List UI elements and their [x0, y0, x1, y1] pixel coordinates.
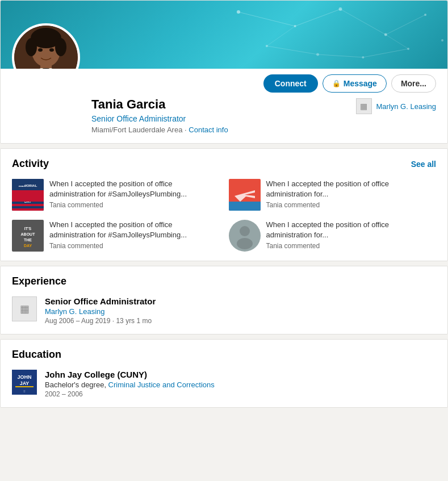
svg-point-29	[38, 48, 43, 52]
experience-title: Experience	[12, 275, 66, 287]
activity-text: When I accepted the position of office a…	[49, 220, 220, 240]
svg-rect-24	[40, 64, 52, 69]
svg-line-16	[363, 49, 408, 57]
experience-company[interactable]: Marlyn G. Leasing	[45, 307, 156, 316]
svg-point-22	[26, 38, 37, 56]
education-item: JOHN JAY ≡ John Jay College (CUNY) Bache…	[12, 370, 436, 398]
activity-text: When I accepted the position of office a…	[266, 220, 437, 240]
education-header: Education	[12, 349, 436, 361]
activity-item: When I accepted the position of office a…	[229, 179, 437, 211]
more-button[interactable]: More...	[391, 74, 436, 93]
svg-line-13	[386, 15, 425, 35]
svg-point-9	[441, 39, 443, 41]
svg-rect-41	[229, 202, 261, 211]
activity-item: MEMORIAL DAY When I accepted the positio…	[12, 179, 220, 211]
activity-item: IT'S ABOUT THE DAY When I accepted the p…	[12, 220, 220, 252]
location-text: Miami/Fort Lauderdale Area	[91, 126, 182, 134]
experience-item: ▦ Senior Office Administrator Marlyn G. …	[12, 296, 436, 325]
svg-line-17	[267, 26, 295, 46]
activity-thumbnail: IT'S ABOUT THE DAY	[12, 220, 44, 252]
profile-info-area: Connect 🔒 Message More... ▦ Marlyn G. Le…	[1, 69, 447, 143]
activity-text: When I accepted the position of office a…	[266, 179, 437, 199]
profile-actions: Connect 🔒 Message More...	[263, 74, 436, 93]
degree-info: Bachelor's degree, Criminal Justice and …	[45, 380, 215, 389]
svg-rect-38	[12, 208, 44, 211]
experience-dates: Aug 2006 – Aug 2019 · 13 yrs 1 mo	[45, 317, 156, 325]
profile-title: Senior Office Administrator	[91, 114, 436, 123]
school-logo: JOHN JAY ≡	[12, 370, 37, 395]
svg-point-48	[240, 226, 250, 236]
activity-content: When I accepted the position of office a…	[49, 220, 220, 250]
profile-card: Connect 🔒 Message More... ▦ Marlyn G. Le…	[0, 0, 448, 144]
activity-content: When I accepted the position of office a…	[266, 220, 437, 250]
activity-meta: Tania commented	[49, 242, 220, 250]
memorial-thumbnail: MEMORIAL DAY	[12, 179, 44, 211]
svg-line-15	[318, 55, 363, 57]
experience-details: Senior Office Administrator Marlyn G. Le…	[45, 296, 156, 325]
svg-line-18	[386, 35, 408, 49]
connect-button[interactable]: Connect	[263, 74, 318, 93]
svg-text:DAY: DAY	[24, 244, 32, 248]
svg-point-49	[237, 238, 253, 249]
activity-thumbnail	[229, 220, 261, 252]
svg-text:IT'S: IT'S	[24, 227, 32, 231]
svg-line-11	[295, 9, 341, 26]
activity-meta: Tania commented	[266, 201, 437, 209]
svg-text:JOHN: JOHN	[17, 374, 31, 380]
company-logo: ▦	[12, 296, 37, 321]
activity-thumbnail: MEMORIAL DAY	[12, 179, 44, 211]
svg-line-14	[267, 46, 318, 55]
activity-item: When I accepted the position of office a…	[229, 220, 437, 252]
svg-rect-36	[12, 199, 44, 202]
education-years: 2002 – 2006	[45, 390, 215, 398]
svg-rect-35	[12, 179, 24, 186]
see-all-link[interactable]: See all	[411, 160, 436, 169]
education-section: Education JOHN JAY ≡ John Jay College (C…	[0, 339, 448, 408]
activity-thumbnail	[229, 179, 261, 211]
experience-job-title: Senior Office Administrator	[45, 296, 156, 306]
svg-text:ABOUT: ABOUT	[21, 232, 36, 236]
activity-grid: MEMORIAL DAY When I accepted the positio…	[12, 179, 436, 252]
avatar-image	[14, 26, 78, 69]
company-name: Marlyn G. Leasing	[376, 102, 437, 111]
activity-meta: Tania commented	[49, 201, 220, 209]
school-name[interactable]: John Jay College (CUNY)	[45, 370, 215, 379]
degree-text: Bachelor's degree,	[45, 380, 108, 389]
field-of-study-link[interactable]: Criminal Justice and Corrections	[108, 380, 215, 389]
activity-header: Activity See all	[12, 158, 436, 170]
svg-text:≡: ≡	[23, 390, 26, 393]
svg-line-10	[238, 12, 295, 26]
svg-rect-32	[12, 190, 44, 199]
current-company-badge[interactable]: ▦ Marlyn G. Leasing	[356, 98, 437, 114]
svg-rect-37	[12, 204, 44, 206]
activity-text: When I accepted the position of office a…	[49, 179, 220, 199]
profile-location: Miami/Fort Lauderdale Area · Contact inf…	[91, 126, 436, 134]
experience-section: Experience ▦ Senior Office Administrator…	[0, 266, 448, 334]
lock-icon: 🔒	[332, 80, 341, 87]
message-button[interactable]: 🔒 Message	[323, 74, 387, 93]
education-title: Education	[12, 349, 61, 361]
activity-title: Activity	[12, 158, 49, 170]
contact-info-link[interactable]: Contact info	[189, 126, 228, 134]
svg-line-12	[340, 9, 386, 35]
company-icon: ▦	[356, 98, 372, 114]
svg-text:JAY: JAY	[20, 380, 30, 386]
activity-meta: Tania commented	[266, 242, 437, 250]
svg-point-23	[55, 38, 66, 56]
activity-content: When I accepted the position of office a…	[266, 179, 437, 209]
profile-banner	[1, 1, 447, 69]
experience-header: Experience	[12, 275, 436, 287]
activity-content: When I accepted the position of office a…	[49, 179, 220, 209]
activity-section: Activity See all MEMORIAL DAY	[0, 148, 448, 261]
svg-point-30	[49, 48, 54, 52]
education-details: John Jay College (CUNY) Bachelor's degre…	[45, 370, 215, 398]
svg-text:THE: THE	[24, 238, 32, 242]
